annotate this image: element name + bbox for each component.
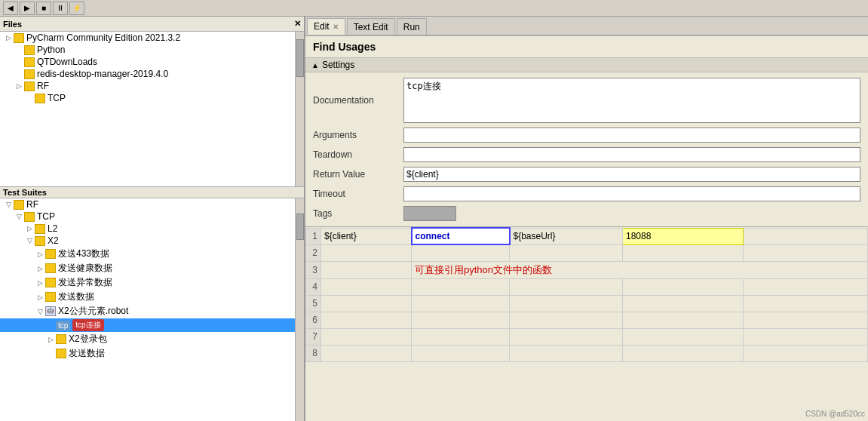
tree-item-tcp-files[interactable]: TCP [0, 92, 304, 104]
expand-icon[interactable]: ▽ [24, 237, 35, 244]
scrollbar-thumb[interactable] [296, 39, 304, 77]
kw-cell-5-4[interactable] [623, 295, 744, 312]
tags-input[interactable] [403, 206, 456, 221]
tree-item-rf[interactable]: ▷ RF [0, 80, 304, 92]
kw-cell-1-4[interactable]: 18088 [623, 228, 744, 244]
toolbar-btn-2[interactable]: ▶ [20, 2, 35, 15]
kw-cell-5-3[interactable] [510, 295, 623, 312]
kw-cell-7-1[interactable] [321, 328, 412, 345]
kw-cell-5-2[interactable] [412, 295, 510, 312]
documentation-input[interactable]: tcp连接 [403, 78, 860, 123]
tree-item-l2[interactable]: ▷ L2 [0, 223, 304, 235]
kw-cell-5-1[interactable] [321, 295, 412, 312]
expand-icon[interactable]: ▽ [35, 308, 45, 315]
kw-cell-3-1[interactable] [321, 261, 412, 278]
test-tree: ▽ RF ▽ TCP ▷ L2 [0, 198, 304, 421]
form-row-teardown: Teardown [305, 145, 868, 164]
tree-item-433[interactable]: ▷ 发送433数据 [0, 247, 304, 261]
tree-item-qt[interactable]: QTDownLoads [0, 56, 304, 68]
tab-edit-close[interactable]: ✕ [333, 23, 339, 31]
tree-item-health[interactable]: ▷ 发送健康数据 [0, 261, 304, 275]
kw-cell-2-3[interactable] [510, 244, 623, 261]
kw-cell-7-3[interactable] [510, 328, 623, 345]
tab-text-edit[interactable]: Text Edit [347, 18, 395, 35]
kw-cell-1-5[interactable] [744, 228, 868, 244]
folder-icon [35, 94, 45, 103]
kw-cell-7-5[interactable] [744, 328, 868, 345]
keyword-table: 1 ${client} connect ${baseUrl} 18088 2 [305, 226, 868, 421]
expand-icon[interactable]: ▷ [24, 225, 35, 232]
test-suites-header: Test Suites [0, 186, 304, 198]
expand-icon[interactable]: ▷ [45, 336, 56, 343]
tree-item-pycharm[interactable]: ▷ PyCharm Community Edition 2021.3.2 [0, 32, 304, 44]
kw-cell-4-4[interactable] [623, 278, 744, 295]
expand-icon[interactable]: ▷ [3, 34, 14, 41]
kw-cell-1-2-connect[interactable]: connect [412, 228, 510, 244]
tree-item-send2[interactable]: 发送数据 [0, 346, 304, 361]
toolbar-btn-5[interactable]: ⚡ [69, 2, 84, 15]
tree-item-label: X2公共元素.robot [58, 305, 128, 318]
tree-item-send[interactable]: ▷ 发送数据 [0, 290, 304, 304]
tree-item-x2[interactable]: ▽ X2 [0, 235, 304, 247]
kw-cell-2-4[interactable] [623, 244, 744, 261]
timeout-input[interactable] [403, 186, 860, 201]
tree-item-label: Python [37, 45, 65, 55]
kw-cell-7-2[interactable] [412, 328, 510, 345]
kw-cell-1-1[interactable]: ${client} [321, 228, 412, 244]
kw-cell-6-1[interactable] [321, 312, 412, 328]
kw-cell-2-5[interactable] [744, 244, 868, 261]
return-value-input[interactable] [403, 167, 860, 182]
tab-run[interactable]: Run [397, 18, 427, 35]
tree-item-tcp-test[interactable]: ▽ TCP [0, 210, 304, 223]
toolbar-btn-3[interactable]: ■ [36, 2, 51, 15]
expand-icon[interactable]: ▷ [35, 293, 45, 301]
tree-item-x2-login[interactable]: ▷ X2登录包 [0, 332, 304, 346]
kw-cell-2-1[interactable] [321, 244, 412, 261]
expand-icon[interactable]: ▷ [35, 279, 45, 287]
expand-icon [14, 70, 24, 78]
tree-item-exception[interactable]: ▷ 发送异常数据 [0, 275, 304, 290]
expand-icon[interactable]: ▽ [3, 201, 14, 208]
kw-cell-1-3[interactable]: ${baseUrl} [510, 228, 623, 244]
arguments-label: Arguments [313, 130, 403, 140]
toolbar-btn-4[interactable]: ⏸ [53, 2, 68, 15]
kw-cell-6-3[interactable] [510, 312, 623, 328]
arguments-input[interactable] [403, 128, 860, 143]
kw-cell-8-3[interactable] [510, 345, 623, 361]
tree-item-x2-robot[interactable]: ▽ 🤖 X2公共元素.robot [0, 304, 304, 318]
expand-icon[interactable]: ▽ [14, 213, 24, 220]
tree-item-tcp-connect[interactable]: tcp tcp连接 [0, 318, 304, 332]
kw-cell-5-5[interactable] [744, 295, 868, 312]
tree-item-label: 发送健康数据 [58, 262, 112, 275]
scrollbar-thumb-test[interactable] [296, 214, 304, 240]
settings-bar[interactable]: ▲ Settings [305, 57, 868, 72]
kw-cell-4-5[interactable] [744, 278, 868, 295]
kw-cell-6-2[interactable] [412, 312, 510, 328]
kw-cell-2-2[interactable] [412, 244, 510, 261]
kw-cell-8-4[interactable] [623, 345, 744, 361]
expand-icon[interactable]: ▷ [35, 250, 45, 258]
folder-icon [56, 334, 66, 344]
kw-cell-8-2[interactable] [412, 345, 510, 361]
test-tree-scrollbar[interactable] [295, 198, 304, 421]
kw-cell-8-5[interactable] [744, 345, 868, 361]
kw-cell-4-2[interactable] [412, 278, 510, 295]
expand-icon[interactable]: ▷ [14, 82, 24, 90]
teardown-input[interactable] [403, 147, 860, 162]
tree-item-redis[interactable]: redis-desktop-manager-2019.4.0 [0, 68, 304, 80]
kw-cell-4-3[interactable] [510, 278, 623, 295]
tree-item-python[interactable]: Python [0, 44, 304, 56]
kw-row-3: 3 可直接引用python文件中的函数 [306, 261, 868, 278]
kw-cell-6-4[interactable] [623, 312, 744, 328]
kw-cell-6-5[interactable] [744, 312, 868, 328]
tree-item-label: QTDownLoads [37, 57, 97, 67]
expand-icon[interactable]: ▷ [35, 265, 45, 272]
toolbar-btn-1[interactable]: ◀ [3, 2, 18, 15]
kw-cell-8-1[interactable] [321, 345, 412, 361]
file-tree-scrollbar[interactable] [295, 32, 304, 186]
kw-cell-7-4[interactable] [623, 328, 744, 345]
tab-edit[interactable]: Edit ✕ [307, 18, 345, 35]
files-close-btn[interactable]: ✕ [294, 19, 301, 29]
tree-item-rf-test[interactable]: ▽ RF [0, 198, 304, 210]
kw-cell-4-1[interactable] [321, 278, 412, 295]
